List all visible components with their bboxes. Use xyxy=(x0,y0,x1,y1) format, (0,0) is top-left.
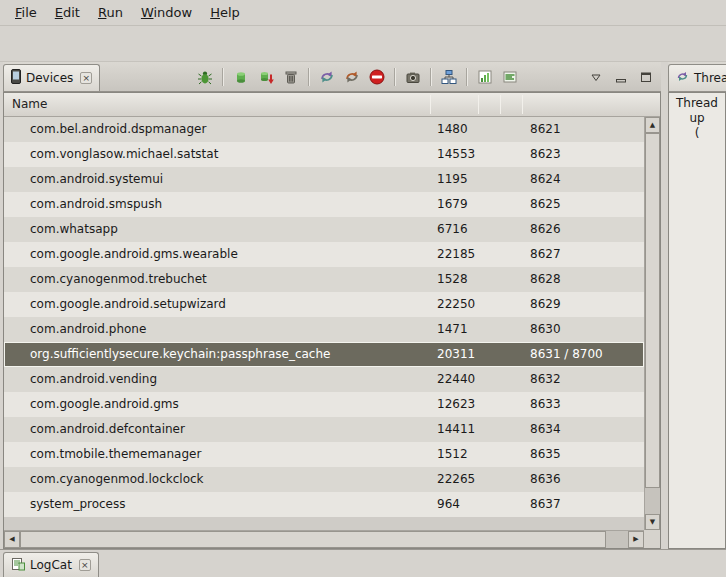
table-row[interactable]: com.android.phone14718630 xyxy=(4,317,644,342)
threads-icon xyxy=(676,70,689,86)
vertical-scrollbar[interactable]: ▲ ▼ xyxy=(644,117,660,530)
screen-capture-icon[interactable] xyxy=(402,66,424,88)
process-port: 8634 xyxy=(530,417,561,442)
start-method-profiling-icon[interactable] xyxy=(474,66,496,88)
toolbar-separator xyxy=(222,68,224,86)
dump-view-hierarchy-icon[interactable] xyxy=(438,66,460,88)
stop-process-icon[interactable] xyxy=(366,66,388,88)
process-port: 8627 xyxy=(530,242,561,267)
column-resize-handle[interactable] xyxy=(522,95,523,114)
process-name: system_process xyxy=(30,492,126,517)
panel-splitter[interactable] xyxy=(661,62,668,549)
capture-systrace-icon[interactable] xyxy=(499,66,521,88)
process-pid: 22265 xyxy=(437,467,475,492)
tab-logcat[interactable]: LogCat × xyxy=(3,552,99,577)
table-row[interactable]: com.tmobile.thememanager15128635 xyxy=(4,442,644,467)
process-pid: 1528 xyxy=(437,267,468,292)
table-row[interactable]: com.android.smspush16798625 xyxy=(4,192,644,217)
scroll-left-icon[interactable]: ◀ xyxy=(4,531,20,548)
process-name: com.google.android.setupwizard xyxy=(30,292,226,317)
process-port: 8637 xyxy=(530,492,561,517)
process-name: com.android.systemui xyxy=(30,167,163,192)
threads-view: Threa Thread up ( xyxy=(668,62,726,549)
table-row[interactable]: com.whatsapp67168626 xyxy=(4,217,644,242)
threads-message-line1: Thread up xyxy=(669,96,725,126)
table-row[interactable]: com.android.defcontainer144118634 xyxy=(4,417,644,442)
main-toolbar xyxy=(0,26,726,62)
toolbar-separator xyxy=(394,68,396,86)
devices-tab-row: Devices × xyxy=(3,62,661,92)
horizontal-scroll-thumb[interactable] xyxy=(20,531,606,548)
tab-threads[interactable]: Threa xyxy=(668,64,726,91)
close-icon[interactable]: × xyxy=(80,72,92,84)
ddms-window: File Edit Run Window Help Devices × xyxy=(0,0,726,577)
menu-edit[interactable]: Edit xyxy=(46,2,89,23)
menu-help[interactable]: Help xyxy=(201,2,249,23)
table-row[interactable]: com.android.systemui11958624 xyxy=(4,167,644,192)
process-pid: 22250 xyxy=(437,292,475,317)
process-pid: 20311 xyxy=(437,342,475,367)
devices-toolbar xyxy=(194,66,657,88)
process-port: 8630 xyxy=(530,317,561,342)
device-icon xyxy=(11,69,21,87)
scrollbar-corner xyxy=(644,530,660,548)
process-pid: 1471 xyxy=(437,317,468,342)
minimize-icon[interactable] xyxy=(610,66,632,88)
table-row[interactable]: com.cyanogenmod.lockclock222658636 xyxy=(4,467,644,492)
process-port: 8632 xyxy=(530,367,561,392)
process-pid: 14553 xyxy=(437,142,475,167)
devices-table: Name com.bel.android.dspmanager14808621c… xyxy=(3,92,661,549)
table-row[interactable]: com.android.vending224408632 xyxy=(4,367,644,392)
dump-hprof-icon[interactable] xyxy=(255,66,277,88)
view-menu-icon[interactable] xyxy=(585,66,607,88)
toolbar-separator xyxy=(466,68,468,86)
column-resize-handle[interactable] xyxy=(500,95,501,114)
process-name: com.bel.android.dspmanager xyxy=(30,117,206,142)
scroll-up-icon[interactable]: ▲ xyxy=(645,117,660,133)
table-row[interactable]: com.google.android.gms126238633 xyxy=(4,392,644,417)
vertical-scroll-thumb[interactable] xyxy=(645,133,660,488)
horizontal-scrollbar[interactable]: ◀ ▶ xyxy=(4,530,644,548)
column-header-name[interactable]: Name xyxy=(12,93,47,116)
device-table-rows: com.bel.android.dspmanager14808621com.vo… xyxy=(4,117,644,530)
threads-panel-body: Thread up ( xyxy=(668,92,726,549)
process-pid: 6716 xyxy=(437,217,468,242)
table-row[interactable]: com.google.android.gms.wearable221858627 xyxy=(4,242,644,267)
table-row[interactable]: com.vonglasow.michael.satstat145538623 xyxy=(4,142,644,167)
column-resize-handle[interactable] xyxy=(478,95,479,114)
table-row[interactable]: org.sufficientlysecure.keychain:passphra… xyxy=(4,342,644,367)
debug-process-icon[interactable] xyxy=(194,66,216,88)
process-pid: 1480 xyxy=(437,117,468,142)
table-row[interactable]: com.cyanogenmod.trebuchet15288628 xyxy=(4,267,644,292)
close-icon[interactable]: × xyxy=(79,559,91,571)
process-port: 8623 xyxy=(530,142,561,167)
process-pid: 964 xyxy=(437,492,460,517)
process-name: com.google.android.gms.wearable xyxy=(30,242,238,267)
menu-window[interactable]: Window xyxy=(132,2,201,23)
bottom-tab-bar: LogCat × xyxy=(0,549,726,577)
process-name: com.android.phone xyxy=(30,317,146,342)
table-row[interactable]: system_process9648637 xyxy=(4,492,644,517)
table-row[interactable]: com.google.android.setupwizard222508629 xyxy=(4,292,644,317)
scroll-right-icon[interactable]: ▶ xyxy=(628,531,644,548)
maximize-icon[interactable] xyxy=(635,66,657,88)
update-heap-icon[interactable] xyxy=(230,66,252,88)
threads-tab-row: Threa xyxy=(668,62,726,92)
process-name: com.vonglasow.michael.satstat xyxy=(30,142,218,167)
menu-file[interactable]: File xyxy=(6,2,46,23)
column-resize-handle[interactable] xyxy=(430,95,431,114)
logcat-icon xyxy=(11,557,25,574)
process-pid: 12623 xyxy=(437,392,475,417)
table-header: Name xyxy=(4,93,660,117)
threads-message-line2: ( xyxy=(669,126,725,141)
table-row[interactable]: com.bel.android.dspmanager14808621 xyxy=(4,117,644,142)
process-name: com.cyanogenmod.lockclock xyxy=(30,467,204,492)
process-pid: 1679 xyxy=(437,192,468,217)
scroll-down-icon[interactable]: ▼ xyxy=(645,514,660,530)
tab-devices[interactable]: Devices × xyxy=(3,64,100,91)
process-name: com.whatsapp xyxy=(30,217,118,242)
update-threads-icon[interactable] xyxy=(316,66,338,88)
cause-gc-icon[interactable] xyxy=(280,66,302,88)
menu-run[interactable]: Run xyxy=(89,2,132,23)
dump-threads-icon[interactable] xyxy=(341,66,363,88)
